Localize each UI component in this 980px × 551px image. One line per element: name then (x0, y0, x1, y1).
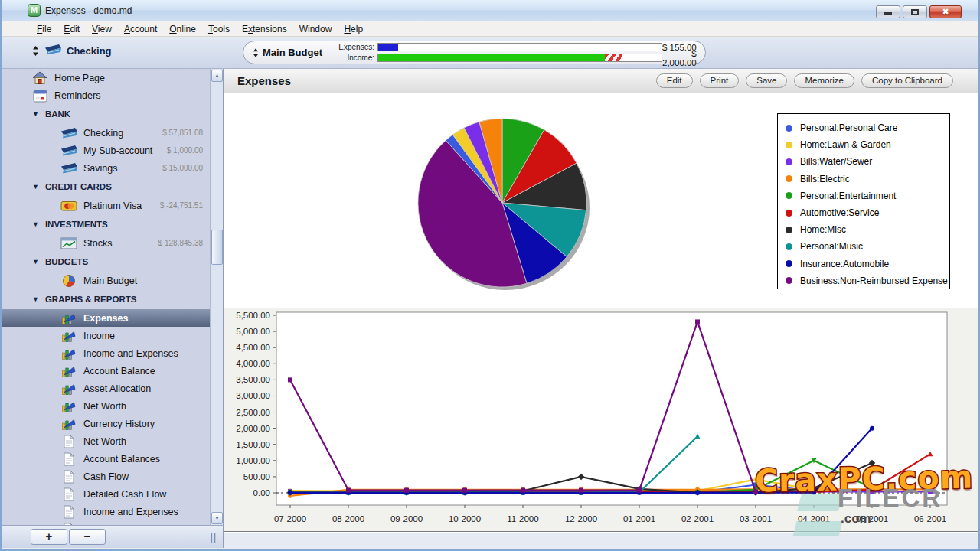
sidebar-item-my-sub-account[interactable]: My Sub-account$ 1,000.00 (2, 142, 211, 159)
scroll-up-icon[interactable]: ▲ (211, 70, 223, 82)
budget-meter[interactable]: Main Budget Expenses:$ 155.00Income:$ 2,… (243, 41, 706, 64)
sidebar-item-reminders[interactable]: Reminders (2, 86, 211, 104)
sidebar-item-income-and-expenses[interactable]: Income and Expenses (2, 344, 211, 362)
x-axis-tick-label: 07-2000 (274, 514, 306, 523)
sidebar-section-credit-cards[interactable]: ▼CREDIT CARDS (2, 177, 211, 197)
sidebar-item-main-budget[interactable]: Main Budget (2, 272, 211, 289)
x-axis-tick-label: 11-2000 (507, 514, 538, 523)
menu-item-view[interactable]: View (86, 23, 118, 35)
legend-dot-icon (786, 260, 792, 267)
collapse-triangle-icon[interactable]: ▼ (32, 220, 39, 228)
title-bar[interactable]: M Expenses - demo.md ✖ (2, 0, 978, 21)
sidebar-item-home-page[interactable]: Home Page (2, 69, 211, 86)
sidebar-item-label: Expenses (83, 313, 128, 324)
y-axis-tick-label: 2,500.00 (236, 408, 270, 417)
scroll-down-icon[interactable]: ▼ (211, 512, 223, 524)
maximize-button[interactable] (903, 5, 927, 18)
report-header: Expenses EditPrintSaveMemorizeCopy to Cl… (224, 69, 980, 93)
sidebar-item-amount: $ 57,851.08 (162, 129, 211, 137)
y-axis-tick-label: 0.00 (253, 488, 270, 497)
sidebar-item-account-balance[interactable]: Account Balance (2, 362, 211, 380)
sidebar-item-label: Income and Expenses (83, 507, 178, 517)
edit-button[interactable]: Edit (656, 73, 693, 88)
collapse-triangle-icon[interactable]: ▼ (32, 258, 39, 266)
menu-item-file[interactable]: File (31, 23, 57, 35)
legend-label: Home:Misc (800, 224, 846, 235)
minimize-button[interactable] (876, 5, 900, 18)
legend-label: Home:Lawn & Garden (800, 139, 891, 150)
sidebar-item-savings[interactable]: Savings$ 15,000.00 (2, 159, 211, 177)
graph-icon (60, 418, 78, 430)
sidebar-item-label: My Sub-account (83, 145, 152, 156)
budget-name: Main Budget (263, 47, 322, 58)
menu-item-online[interactable]: Online (163, 23, 202, 35)
sidebar-item-label: Account Balances (83, 454, 160, 465)
collapse-triangle-icon[interactable]: ▼ (32, 110, 39, 118)
legend-label: Bills:Water/Sewer (800, 156, 872, 167)
menu-item-edit[interactable]: Edit (57, 23, 86, 35)
print-button[interactable]: Print (700, 73, 740, 88)
account-selector[interactable]: Checking (32, 44, 112, 58)
sidebar-item-expenses[interactable]: Expenses (2, 309, 211, 327)
sidebar-item-account-balances[interactable]: Account Balances (2, 450, 211, 468)
menu-item-tools[interactable]: Tools (202, 23, 236, 35)
legend-row: Personal:Personal Care (786, 119, 949, 136)
y-axis-tick-label: 500.00 (243, 472, 270, 481)
sidebar-item-income-and-expenses[interactable]: Income and Expenses (2, 503, 211, 520)
calendar-icon (31, 89, 49, 103)
legend-dot-icon (786, 243, 792, 250)
save-button[interactable]: Save (746, 73, 787, 88)
sidebar-item-asset-allocation[interactable]: Asset Allocation (2, 380, 211, 397)
copy-to-clipboard-button[interactable]: Copy to Clipboard (861, 73, 953, 88)
legend-dot-icon (786, 158, 792, 165)
collapse-triangle-icon[interactable]: ▼ (32, 295, 39, 303)
sidebar-item-checking[interactable]: Checking$ 57,851.08 (2, 124, 211, 142)
sidebar-section-budgets[interactable]: ▼BUDGETS (2, 252, 211, 272)
menu-bar: FileEditViewAccountOnlineToolsExtensions… (2, 21, 978, 37)
legend-row: Bills:Water/Sewer (786, 153, 949, 170)
sidebar-item-cash-flow[interactable]: Cash Flow (2, 468, 211, 485)
close-button[interactable]: ✖ (929, 5, 962, 18)
remove-account-button[interactable]: − (69, 529, 106, 545)
watermark-filecr-com: .com (841, 511, 871, 527)
menu-item-window[interactable]: Window (293, 23, 338, 35)
sidebar-scrollbar[interactable]: ▲ ▼ (210, 69, 223, 525)
minimize-icon (884, 12, 892, 15)
sidebar-section-bank[interactable]: ▼BANK (2, 104, 211, 124)
sidebar-item-label: Net Worth (83, 401, 126, 412)
sidebar-item-currency-history[interactable]: Currency History (2, 415, 211, 432)
menu-item-help[interactable]: Help (338, 23, 369, 35)
x-axis-tick-label: 03-2001 (740, 514, 772, 523)
sidebar-item-platinum-visa[interactable]: Platinum Visa$ -24,751.51 (2, 197, 211, 214)
y-axis-tick-label: 4,000.00 (236, 359, 270, 368)
doc-icon (60, 505, 78, 519)
scrollbar-thumb[interactable] (211, 230, 223, 265)
checkbook-icon (60, 127, 78, 139)
sidebar-item-label: Main Budget (83, 276, 137, 286)
collapse-triangle-icon[interactable]: ▼ (32, 183, 39, 191)
home-icon (31, 70, 49, 85)
y-axis-tick-label: 1,500.00 (236, 440, 270, 449)
sidebar-item-net-worth[interactable]: Net Worth (2, 432, 211, 450)
sidebar-item-net-worth[interactable]: Net Worth (2, 397, 211, 415)
top-bar: Checking Main Budget Expenses:$ 155.00In… (2, 37, 978, 69)
sidebar-section-graphs-reports[interactable]: ▼GRAPHS & REPORTS (2, 289, 211, 309)
resize-grip[interactable]: || (211, 532, 223, 543)
checkbook-icon (60, 162, 78, 174)
menu-item-account[interactable]: Account (118, 23, 163, 35)
sidebar-item-stocks[interactable]: Stocks$ 128,845.38 (2, 234, 211, 252)
menu-item-extensions[interactable]: Extensions (236, 23, 293, 35)
x-axis-tick-label: 12-2000 (565, 514, 597, 523)
sidebar-item-income[interactable]: Income (2, 327, 211, 344)
add-account-button[interactable]: + (31, 529, 67, 545)
sidebar-section-investments[interactable]: ▼INVESTMENTS (2, 214, 211, 234)
legend-row: Personal:Music (786, 238, 949, 255)
legend-dot-icon (786, 142, 792, 148)
sidebar-item-detailed-cash-flow[interactable]: Detailed Cash Flow (2, 485, 211, 503)
y-axis-tick-label: 3,000.00 (236, 391, 270, 400)
sidebar: Home PageReminders▼BANKChecking$ 57,851.… (2, 69, 224, 525)
y-axis-tick-label: 5,500.00 (236, 311, 270, 320)
budget-overflow-hatch (605, 54, 622, 61)
graph-icon (60, 400, 78, 412)
memorize-button[interactable]: Memorize (794, 73, 854, 88)
